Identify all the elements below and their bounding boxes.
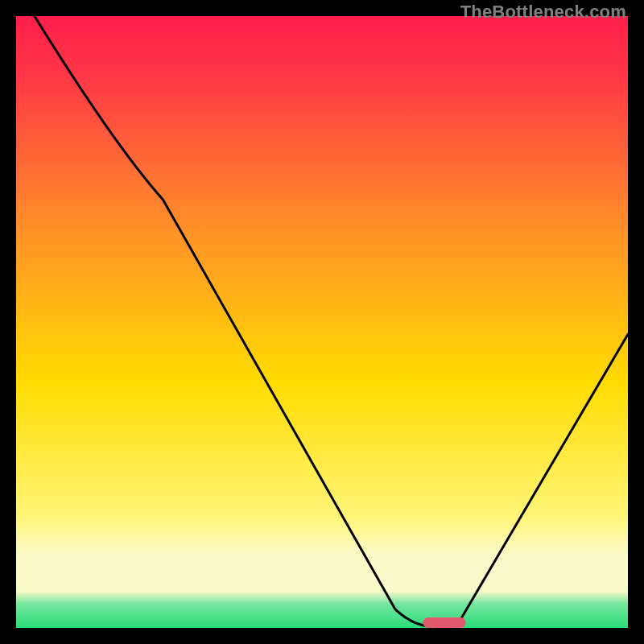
chart-background [16,16,628,628]
chart-frame [16,16,628,628]
optimal-marker [423,617,465,628]
watermark-text: TheBottleneck.com [460,2,626,23]
bottleneck-chart [16,16,628,628]
